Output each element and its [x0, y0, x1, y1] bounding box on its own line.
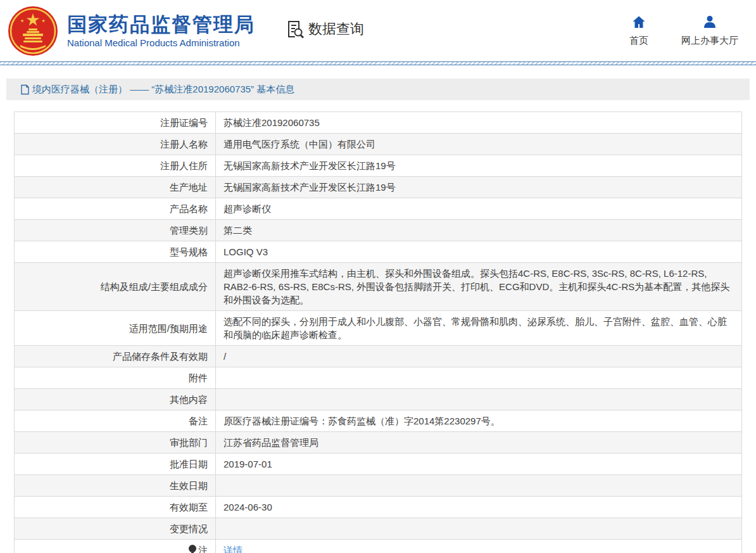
table-row: 产品名称超声诊断仪: [15, 198, 742, 220]
field-label: 生产地址: [15, 177, 216, 198]
field-value: 2024-06-30: [216, 497, 742, 518]
table-row: 批准日期2019-07-01: [15, 454, 742, 475]
registration-info-table: 注册证编号苏械注准20192060735注册人名称通用电气医疗系统（中国）有限公…: [14, 111, 742, 553]
field-label: 附件: [15, 367, 216, 389]
table-row: 生产地址无锡国家高新技术产业开发区长江路19号: [15, 177, 742, 198]
person-icon: [702, 15, 717, 30]
data-query-entry[interactable]: 数据查询: [286, 20, 364, 39]
field-label: 产品储存条件及有效期: [15, 346, 216, 367]
field-label: 注册人住所: [15, 155, 216, 177]
page-header: 国家药品监督管理局 National Medical Products Admi…: [0, 0, 756, 61]
header-divider: [0, 61, 756, 65]
field-value: [216, 475, 742, 497]
document-search-icon: [286, 20, 305, 39]
table-row: 注详情: [15, 540, 742, 553]
table-row: 适用范围/预期用途选配不同的探头，分别用于成人和小儿腹部、小器官、常规骨骼和肌肉…: [15, 311, 742, 346]
national-emblem-logo: [8, 6, 58, 56]
org-name-en: National Medical Products Administration: [67, 37, 255, 48]
table-row: 注册证编号苏械注准20192060735: [15, 112, 742, 134]
table-row: 管理类别第二类: [15, 220, 742, 241]
field-label: 生效日期: [15, 475, 216, 497]
field-value: 选配不同的探头，分别用于成人和小儿腹部、小器官、常规骨骼和肌肉、泌尿系统、胎儿、…: [216, 311, 742, 346]
table-row: 审批部门江苏省药品监督管理局: [15, 432, 742, 454]
field-value: 江苏省药品监督管理局: [216, 432, 742, 454]
header-nav: 首页 网上办事大厅: [629, 15, 738, 47]
details-link[interactable]: 详情: [224, 545, 243, 553]
field-value: LOGIQ V3: [216, 241, 742, 263]
table-row: 型号规格LOGIQ V3: [15, 241, 742, 263]
table-row: 生效日期: [15, 475, 742, 497]
field-label: 适用范围/预期用途: [15, 311, 216, 346]
info-table-body: 注册证编号苏械注准20192060735注册人名称通用电气医疗系统（中国）有限公…: [15, 112, 742, 553]
field-value: 超声诊断仪采用推车式结构，由主机、探头和外围设备组成。探头包括4C-RS, E8…: [216, 263, 742, 311]
table-row: 产品储存条件及有效期/: [15, 346, 742, 367]
field-value: 原医疗器械注册证编号：苏食药监械（准）字2014第2230297号。: [216, 410, 742, 432]
field-label: 管理类别: [15, 220, 216, 241]
bulb-icon: [188, 544, 197, 553]
field-value: 超声诊断仪: [216, 198, 742, 220]
nmpa-brand: 国家药品监督管理局 National Medical Products Admi…: [8, 6, 255, 56]
table-row: 附件: [15, 367, 742, 389]
field-label: 备注: [15, 410, 216, 432]
table-row: 注册人住所无锡国家高新技术产业开发区长江路19号: [15, 155, 742, 177]
field-label: 有效期至: [15, 497, 216, 518]
field-label: 批准日期: [15, 454, 216, 475]
field-value: 通用电气医疗系统（中国）有限公司: [216, 134, 742, 155]
field-label: 注册证编号: [15, 112, 216, 134]
field-label: 变更情况: [15, 518, 216, 540]
nav-label: 首页: [629, 35, 648, 47]
document-icon: [20, 84, 30, 95]
nav-label: 网上办事大厅: [681, 35, 738, 47]
table-row: 其他内容: [15, 389, 742, 410]
field-label: 型号规格: [15, 241, 216, 263]
field-label: 结构及组成/主要组成成分: [15, 263, 216, 311]
field-label: 注册人名称: [15, 134, 216, 155]
table-row: 变更情况: [15, 518, 742, 540]
field-value: 苏械注准20192060735: [216, 112, 742, 134]
table-row: 备注原医疗器械注册证编号：苏食药监械（准）字2014第2230297号。: [15, 410, 742, 432]
table-row: 注册人名称通用电气医疗系统（中国）有限公司: [15, 134, 742, 155]
org-name-cn: 国家药品监督管理局: [67, 13, 255, 36]
field-value: 第二类: [216, 220, 742, 241]
breadcrumb: 境内医疗器械（注册） —— “苏械注准20192060735” 基本信息: [6, 79, 750, 100]
field-label: 注: [15, 540, 216, 553]
registration-info-table-wrap: 注册证编号苏械注准20192060735注册人名称通用电气医疗系统（中国）有限公…: [14, 111, 742, 553]
field-value: 无锡国家高新技术产业开发区长江路19号: [216, 177, 742, 198]
field-value: 详情: [216, 540, 742, 553]
section-title: 数据查询: [308, 20, 364, 39]
brand-text: 国家药品监督管理局 National Medical Products Admi…: [67, 13, 255, 49]
nav-item-home[interactable]: 首页: [629, 15, 648, 47]
home-icon: [631, 15, 646, 30]
field-value: [216, 367, 742, 389]
field-value: [216, 389, 742, 410]
field-value: /: [216, 346, 742, 367]
field-label: 其他内容: [15, 389, 216, 410]
field-label: 产品名称: [15, 198, 216, 220]
breadcrumb-text: 境内医疗器械（注册） —— “苏械注准20192060735” 基本信息: [32, 84, 294, 96]
field-value: 无锡国家高新技术产业开发区长江路19号: [216, 155, 742, 177]
field-value: 2019-07-01: [216, 454, 742, 475]
field-value: [216, 518, 742, 540]
nav-item-service-hall[interactable]: 网上办事大厅: [681, 15, 738, 47]
field-label: 审批部门: [15, 432, 216, 454]
table-row: 有效期至2024-06-30: [15, 497, 742, 518]
table-row: 结构及组成/主要组成成分超声诊断仪采用推车式结构，由主机、探头和外围设备组成。探…: [15, 263, 742, 311]
